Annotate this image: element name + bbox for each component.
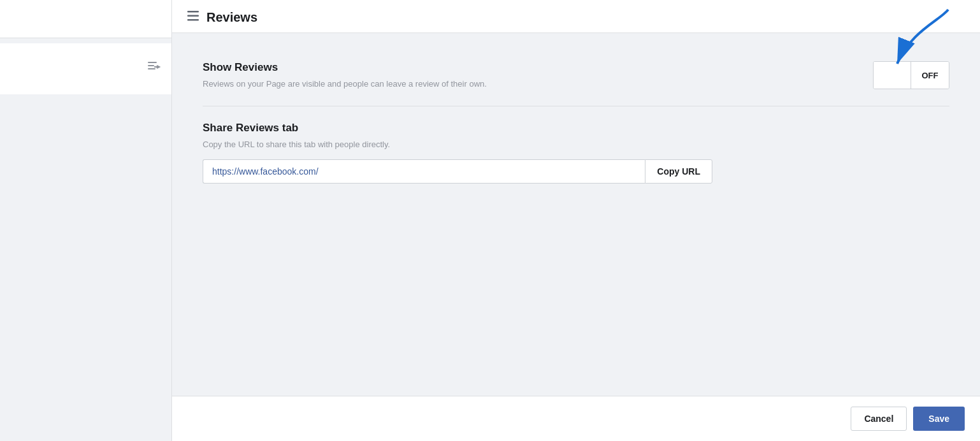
exit-icon[interactable] <box>146 59 161 78</box>
page-header: Reviews <box>172 0 980 33</box>
url-row: Copy URL <box>203 159 712 184</box>
show-reviews-title: Show Reviews <box>203 61 873 74</box>
svg-rect-0 <box>148 62 157 63</box>
copy-url-button[interactable]: Copy URL <box>645 159 712 184</box>
share-reviews-desc: Copy the URL to share this tab with peop… <box>203 138 585 151</box>
share-reviews-title: Share Reviews tab <box>203 122 949 134</box>
save-button[interactable]: Save <box>913 407 965 431</box>
svg-rect-5 <box>187 15 199 17</box>
share-reviews-section: Share Reviews tab Copy the URL to share … <box>203 122 949 184</box>
sidebar-top-card <box>0 0 171 38</box>
svg-rect-4 <box>187 11 199 13</box>
reviews-toggle[interactable]: OFF <box>873 61 949 89</box>
content-area: Show Reviews Reviews on your Page are vi… <box>172 33 980 396</box>
sidebar-second-card <box>0 43 171 94</box>
toggle-off-label: OFF <box>911 62 949 89</box>
svg-rect-1 <box>148 65 154 66</box>
menu-icon[interactable] <box>187 11 199 24</box>
show-reviews-desc: Reviews on your Page are visible and peo… <box>203 78 585 90</box>
sidebar <box>0 0 172 441</box>
section-divider <box>203 106 949 106</box>
cancel-button[interactable]: Cancel <box>851 407 907 431</box>
bottom-bar: Cancel Save <box>172 396 980 441</box>
page-title: Reviews <box>206 10 257 25</box>
show-reviews-row: Show Reviews Reviews on your Page are vi… <box>203 61 949 90</box>
url-input[interactable] <box>203 159 645 184</box>
svg-rect-2 <box>148 68 155 69</box>
main-content: Reviews Show Reviews Reviews on your Pag… <box>172 0 980 441</box>
settings-card: Show Reviews Reviews on your Page are vi… <box>187 46 965 383</box>
toggle-on-label <box>874 62 911 89</box>
show-reviews-left: Show Reviews Reviews on your Page are vi… <box>203 61 873 90</box>
svg-rect-6 <box>187 19 199 21</box>
